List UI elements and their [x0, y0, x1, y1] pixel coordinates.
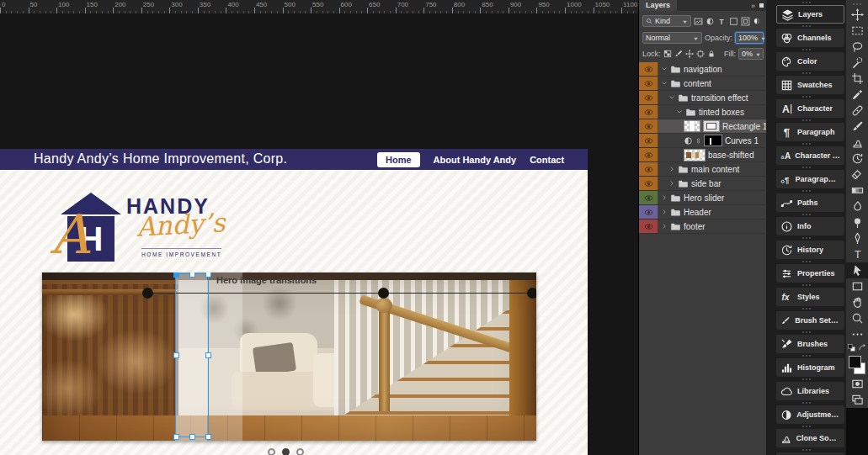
chevron-right-icon[interactable]	[661, 209, 668, 215]
adjustment-filter-icon[interactable]	[706, 17, 715, 26]
quick-selection-tool[interactable]	[846, 55, 868, 71]
visibility-eye-icon[interactable]	[639, 62, 658, 76]
layer-row[interactable]: navigation	[639, 62, 767, 77]
selection-handle[interactable]	[205, 434, 211, 440]
lock-move-icon[interactable]	[685, 50, 694, 58]
chevron-right-icon[interactable]	[661, 194, 668, 201]
lock-transparent-icon[interactable]	[663, 50, 672, 58]
visibility-eye-icon[interactable]	[639, 77, 658, 90]
layer-row[interactable]: main content	[639, 162, 767, 177]
layer-row[interactable]: side bar	[639, 177, 767, 191]
layer-row[interactable]: tinted boxes	[639, 105, 767, 119]
lasso-tool[interactable]	[846, 39, 868, 55]
brush-tool[interactable]	[846, 119, 868, 135]
vector-mask-thumbnail[interactable]	[703, 120, 720, 132]
type-tool[interactable]: T	[846, 246, 868, 262]
chevron-down-icon[interactable]	[676, 108, 683, 115]
layer-row[interactable]: footer	[639, 220, 767, 234]
quick-mask-button[interactable]	[846, 376, 868, 392]
marquee-tool[interactable]	[846, 23, 868, 39]
lock-paint-icon[interactable]	[674, 50, 683, 58]
smart-object-filter-icon[interactable]	[741, 17, 750, 26]
dodge-tool[interactable]	[846, 214, 868, 230]
website-canvas[interactable]: Handy Andy’s Home Improvement, Corp. Hom…	[0, 149, 588, 455]
layer-thumbnail[interactable]	[684, 120, 700, 132]
panel-tab-properties[interactable]: Properties	[776, 264, 844, 283]
selection-handle[interactable]	[173, 434, 179, 440]
visibility-eye-icon[interactable]	[639, 91, 658, 104]
selection-handle[interactable]	[173, 352, 179, 358]
shape-filter-icon[interactable]	[729, 17, 738, 26]
screen-mode-button[interactable]	[846, 392, 868, 408]
zoom-tool[interactable]	[846, 310, 868, 326]
panel-tab-swatches[interactable]: Swatches	[776, 76, 844, 94]
swap-colors-icon[interactable]	[858, 343, 867, 352]
visibility-eye-icon[interactable]	[639, 177, 658, 190]
lock-artboard-icon[interactable]	[696, 50, 705, 58]
panel-tab-adjustments[interactable]: Adjustments	[776, 405, 844, 424]
panel-tab-libraries[interactable]: Libraries	[776, 382, 844, 400]
lock-all-icon[interactable]	[707, 50, 716, 58]
pagination-dot[interactable]	[296, 448, 304, 455]
panel-tab-histogram[interactable]: Histogram	[776, 358, 844, 377]
layer-row[interactable]: transition effect	[639, 91, 767, 105]
lock-icons[interactable]	[663, 50, 716, 58]
visibility-eye-icon[interactable]	[639, 105, 658, 119]
healing-brush-tool[interactable]	[846, 103, 868, 119]
blend-mode-dropdown[interactable]: Normal ▼	[642, 32, 702, 44]
panel-tab-character-sty[interactable]: aACharacter Sty...	[776, 146, 844, 165]
opacity-input[interactable]: 100% ▼	[735, 32, 764, 44]
layer-row[interactable]: Rectangle 1	[639, 119, 767, 134]
mask-thumbnail[interactable]	[704, 135, 722, 146]
panel-tab-channels[interactable]: Channels	[776, 29, 844, 47]
shape-tool[interactable]	[846, 278, 868, 294]
visibility-eye-icon[interactable]	[639, 134, 658, 147]
panel-tab-color[interactable]: Color	[776, 52, 844, 71]
smudge-tool[interactable]	[846, 198, 868, 214]
layer-row[interactable]: Curves 1	[639, 134, 767, 148]
history-brush-tool[interactable]	[846, 151, 868, 167]
visibility-eye-icon[interactable]	[639, 220, 658, 233]
panel-tab-brush-setting[interactable]: Brush Setting...	[776, 311, 844, 330]
type-filter-icon[interactable]: T	[717, 17, 727, 26]
selection-handle[interactable]	[189, 272, 195, 278]
panel-tab-styles[interactable]: fxStyles	[776, 288, 844, 306]
layer-row[interactable]: Header	[639, 205, 767, 220]
selection-handle[interactable]	[205, 352, 211, 358]
layers-panel-tab[interactable]: Layers	[639, 0, 677, 11]
chevron-right-icon[interactable]	[668, 166, 675, 172]
chevron-right-icon[interactable]	[668, 180, 675, 187]
visibility-eye-icon[interactable]	[639, 119, 658, 133]
path-select-tool[interactable]	[846, 262, 868, 278]
visibility-eye-icon[interactable]	[639, 148, 658, 161]
chevron-down-icon[interactable]	[668, 94, 675, 101]
chevron-down-icon[interactable]	[661, 66, 668, 72]
visibility-eye-icon[interactable]	[639, 162, 658, 176]
layer-row[interactable]: content	[639, 77, 767, 91]
panel-tab-brushes[interactable]: Brushes	[776, 335, 844, 353]
pen-tool[interactable]	[846, 230, 868, 246]
visibility-eye-icon[interactable]	[639, 191, 658, 204]
panel-tab-info[interactable]: Info	[776, 217, 844, 235]
layer-thumbnail[interactable]	[684, 149, 706, 161]
panel-tab-character[interactable]: ACharacter	[776, 99, 844, 118]
toolbar-handle[interactable]	[853, 3, 861, 5]
selection-bounding-box[interactable]	[175, 273, 209, 437]
visibility-eye-icon[interactable]	[639, 205, 658, 219]
panel-tab-paragraph[interactable]: ¶Paragraph	[776, 123, 844, 141]
selection-handle[interactable]	[205, 272, 211, 278]
panel-tab-paths[interactable]: Paths	[776, 193, 844, 212]
filter-toggle[interactable]	[753, 17, 761, 25]
more-tools[interactable]	[846, 326, 868, 342]
nav-about-link[interactable]: About Handy Andy	[434, 155, 517, 165]
panel-tab-paragraph-st[interactable]: ¶Paragraph St...	[776, 170, 844, 188]
layer-row[interactable]: Hero slider	[639, 191, 767, 205]
panel-tab-history[interactable]: History	[776, 241, 844, 259]
move-tool[interactable]	[846, 7, 868, 23]
eyedropper-tool[interactable]	[846, 87, 868, 103]
hand-tool[interactable]	[846, 294, 868, 310]
pagination-dot[interactable]	[282, 448, 290, 455]
clone-stamp-tool[interactable]	[846, 135, 868, 151]
panel-collapse-icon[interactable]: »	[751, 2, 759, 10]
selection-handle[interactable]	[189, 434, 195, 440]
